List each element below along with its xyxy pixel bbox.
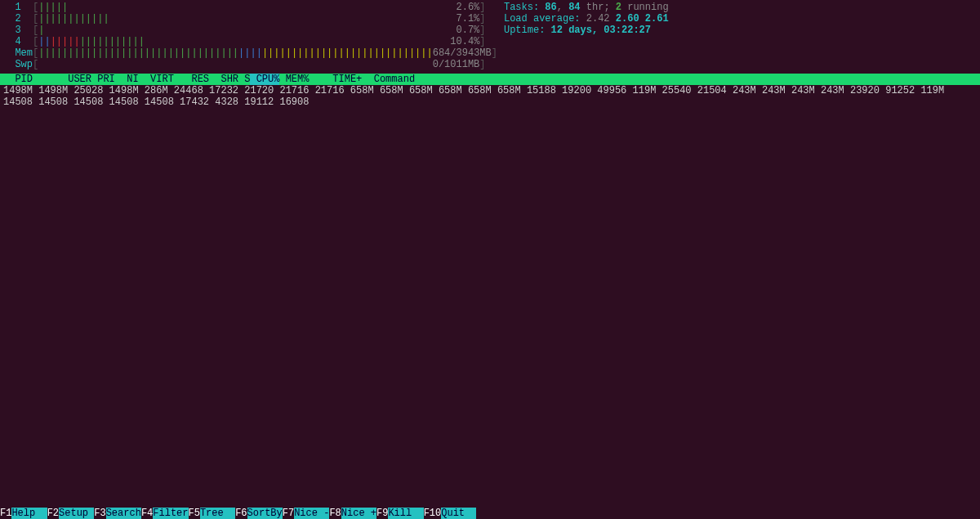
column-header[interactable]: PID USER PRI NI VIRT RES SHR S CPU% MEM%… [0, 74, 980, 85]
fkey-F2[interactable]: Setup [59, 508, 94, 519]
fkey-F6[interactable]: SortBy [247, 508, 283, 519]
fkey-F1[interactable]: Help [11, 508, 47, 519]
load-line: Load average: 2.42 2.60 2.61 [504, 13, 669, 25]
uptime-line: Uptime: 12 days, 03:22:27 [504, 25, 669, 36]
fkey-F7[interactable]: Nice - [294, 508, 329, 519]
fkey-F4[interactable]: Filter [153, 508, 188, 519]
cpu-meter-3: 3 [| 0.7%] [3, 25, 497, 36]
fkey-F10[interactable]: Quit [441, 508, 476, 519]
tasks-line: Tasks: 86, 84 thr; 2 running [504, 2, 669, 13]
cpu-meter-4: 4 [|||||||||||||||||| 10.4%] [3, 36, 497, 47]
process-list[interactable]: 1498M 1498M 25028 1498M 286M 24468 17232… [0, 85, 980, 108]
cpu-meter-2: 2 [|||||||||||| 7.1%] [3, 13, 497, 25]
fkey-F8[interactable]: Nice + [341, 508, 376, 519]
cpu-meters: 1 [||||| 2.6%] 2 [|||||||||||| 7.1%] 3 [… [3, 2, 497, 70]
fkey-F3[interactable]: Search [106, 508, 141, 519]
mem-meter: Mem[||||||||||||||||||||||||||||||||||||… [3, 47, 497, 59]
system-stats: Tasks: 86, 84 thr; 2 running Load averag… [497, 2, 669, 70]
function-key-bar[interactable]: F1Help F2Setup F3SearchF4FilterF5Tree F6… [0, 508, 476, 519]
header-meters: 1 [||||| 2.6%] 2 [|||||||||||| 7.1%] 3 [… [0, 0, 980, 74]
swp-meter: Swp[ 0/1011MB] [3, 59, 497, 70]
fkey-F9[interactable]: Kill [388, 508, 423, 519]
cpu-meter-1: 1 [||||| 2.6%] [3, 2, 497, 13]
fkey-F5[interactable]: Tree [200, 508, 235, 519]
